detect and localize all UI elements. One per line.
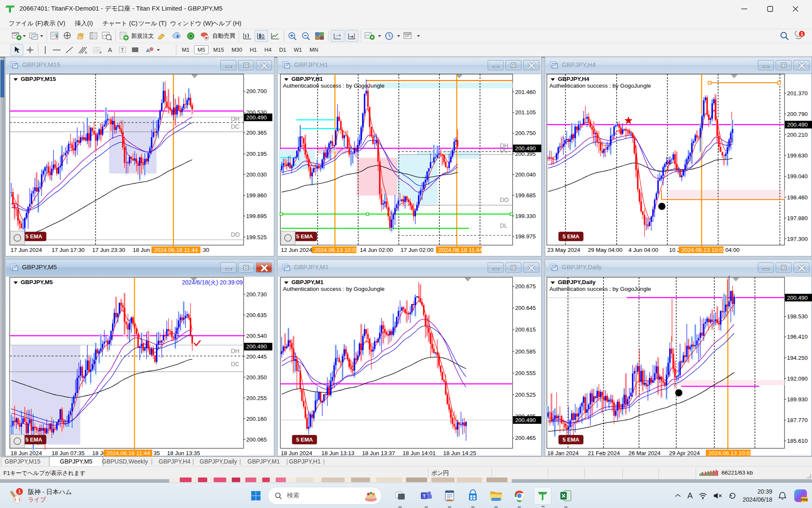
svg-text:200.490: 200.490	[787, 295, 808, 301]
svg-text:21 Feb 2024: 21 Feb 2024	[588, 450, 620, 456]
svg-text:18 Jan 2024: 18 Jan 2024	[547, 450, 579, 456]
svg-text:185.610: 185.610	[787, 438, 808, 444]
svg-text:1: 1	[18, 489, 21, 494]
svg-text:196.410: 196.410	[787, 334, 808, 340]
svg-text:192.090: 192.090	[787, 375, 808, 382]
svg-text:194.250: 194.250	[787, 355, 808, 361]
svg-text:2024.06.13 10:02: 2024.06.13 10:02	[708, 450, 753, 456]
svg-text:198.530: 198.530	[787, 313, 808, 320]
svg-text:GBPJPY,Daily: GBPJPY,Daily	[558, 279, 596, 285]
svg-text:29 Apr 2024: 29 Apr 2024	[669, 450, 700, 456]
svg-text:T: T	[423, 494, 426, 499]
svg-text:Authentication success : by Go: Authentication success : by GogoJungle	[549, 286, 651, 292]
svg-text:187.770: 187.770	[787, 417, 808, 423]
svg-text:189.930: 189.930	[787, 396, 808, 403]
svg-text:26 Mar 2024: 26 Mar 2024	[628, 450, 661, 456]
svg-text:PRE: PRE	[801, 498, 808, 502]
svg-text:5 EMA: 5 EMA	[562, 436, 579, 443]
